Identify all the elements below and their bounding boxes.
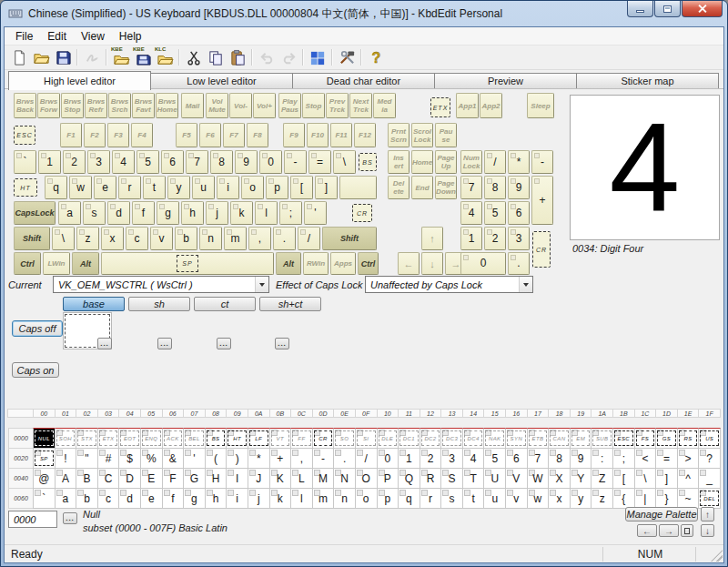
charmap-cell[interactable]: o [355, 488, 378, 509]
menu-view[interactable]: View [74, 28, 112, 45]
key-5[interactable]: 5 [136, 150, 159, 174]
help-icon[interactable]: ? [365, 47, 387, 67]
key-prev-trck[interactable]: PrevTrck [326, 93, 349, 118]
caps-off-button[interactable]: Caps off [12, 320, 63, 337]
charmap-cell[interactable]: N [333, 468, 356, 489]
key-8[interactable]: 8 [210, 150, 233, 174]
charmap-cell[interactable]: * [248, 448, 270, 469]
char-picker-button-sh-ct[interactable]: ... [275, 338, 289, 349]
key-num-lock[interactable]: NumLock [460, 150, 482, 174]
key-home[interactable]: Home [411, 150, 433, 174]
key-g[interactable]: g [157, 201, 179, 225]
key-sp[interactable]: SP [101, 252, 274, 275]
charmap-cell[interactable]: ACK [162, 428, 185, 449]
charpick-icon[interactable] [307, 47, 329, 67]
charmap-cell[interactable]: u [483, 488, 506, 509]
maximize-button[interactable] [654, 1, 681, 17]
kbe-open-icon[interactable]: KBE [110, 47, 132, 67]
charmap-cell[interactable]: p [377, 488, 399, 509]
charmap-cell[interactable]: 4 [462, 448, 485, 469]
charmap-cell[interactable]: k [269, 488, 292, 509]
key-y[interactable]: y [167, 176, 190, 199]
key-f8[interactable]: F8 [247, 123, 268, 147]
key-9[interactable]: 9 [508, 176, 530, 199]
key-ht[interactable]: HT [14, 178, 37, 197]
key-punct[interactable]: * [508, 150, 530, 174]
charmap-cell[interactable]: 6 [505, 448, 528, 469]
key-esc[interactable]: ESC [14, 126, 35, 145]
key-brws-home[interactable]: BrwsHome [156, 93, 178, 118]
key-c[interactable]: c [126, 227, 148, 250]
cut-icon[interactable] [183, 47, 205, 67]
charmap-cell[interactable]: Q [398, 468, 420, 489]
charmap-cell[interactable]: G [183, 468, 206, 489]
key-vol-[interactable]: Vol- [229, 93, 252, 118]
charmap-cell[interactable]: SP [33, 448, 56, 469]
key-w[interactable]: w [69, 176, 92, 199]
key-punct[interactable]: = [308, 150, 331, 174]
charmap-cell[interactable]: } [655, 488, 678, 509]
key-punct[interactable]: , [248, 227, 271, 250]
charmap-cell[interactable]: VT [269, 428, 292, 449]
key-cr[interactable]: CR [352, 204, 372, 222]
menu-edit[interactable]: Edit [40, 28, 74, 45]
key-s[interactable]: s [83, 201, 106, 225]
key-vol+[interactable]: Vol+ [253, 93, 276, 118]
charmap-cell[interactable]: + [269, 448, 292, 469]
key-punct[interactable]: ' [304, 201, 327, 225]
key-p[interactable]: p [266, 176, 288, 199]
key-blank[interactable] [339, 176, 377, 199]
charmap-cell[interactable]: # [97, 448, 120, 469]
char-picker-button-ct[interactable]: ... [217, 338, 231, 349]
charmap-cell[interactable]: l [290, 488, 313, 509]
charmap-cell[interactable]: RS [677, 428, 700, 449]
key-mail[interactable]: Mail [181, 93, 204, 118]
scroll-up-button[interactable]: ↑ [701, 507, 714, 521]
charmap-cell[interactable]: ETX [97, 428, 120, 449]
charmap-cell[interactable]: . [333, 448, 356, 469]
tab-low-level-editor[interactable]: Low level editor [151, 73, 293, 89]
charmap-cell[interactable]: U [483, 468, 506, 489]
key-3[interactable]: 3 [87, 150, 110, 174]
key-1[interactable]: 1 [38, 150, 61, 174]
key-prnt-scrn[interactable]: PrntScrn [388, 123, 410, 147]
menu-file[interactable]: File [8, 28, 40, 45]
charmap-cell[interactable]: ETB [527, 428, 550, 449]
klc-open-icon[interactable]: KLC [154, 47, 176, 67]
key-punct[interactable]: . [273, 227, 296, 250]
charmap-cell[interactable]: ^ [677, 468, 700, 489]
key-h[interactable]: h [181, 201, 204, 225]
key-j[interactable]: j [206, 201, 228, 225]
charmap-cell[interactable]: R [420, 468, 442, 489]
charmap-cell[interactable]: " [76, 448, 98, 469]
key-n[interactable]: n [199, 227, 222, 250]
key-stop[interactable]: Stop [302, 93, 325, 118]
charmap-cell[interactable]: FS [634, 428, 657, 449]
key-bs[interactable]: BS [359, 153, 377, 171]
key-punct[interactable]: . [508, 252, 530, 275]
charmap-cell[interactable]: US [698, 428, 721, 449]
key-f12[interactable]: F12 [354, 123, 376, 147]
charmap-cell[interactable]: ! [55, 448, 77, 469]
key-8[interactable]: 8 [484, 176, 506, 199]
key-i[interactable]: i [217, 176, 239, 199]
charmap-cell[interactable]: T [462, 468, 485, 489]
charmap-cell[interactable]: S [440, 468, 463, 489]
charmap-cell[interactable]: CR [312, 428, 335, 449]
key-shift[interactable]: Shift [14, 227, 50, 250]
charmap-cell[interactable]: DC2 [420, 428, 442, 449]
charmap-cell[interactable]: I [226, 468, 248, 489]
charmap-cell[interactable]: n [333, 488, 356, 509]
key-f9[interactable]: F9 [283, 123, 305, 147]
charmap-cell[interactable]: CAN [548, 428, 571, 449]
charmap-cell[interactable]: y [570, 488, 592, 509]
charmap-cell-selected[interactable]: NUL [33, 428, 56, 449]
caps-on-button[interactable]: Caps on [12, 362, 59, 378]
charmap-cell[interactable]: A [55, 468, 77, 489]
current-vk-dropdown[interactable]: VK_OEM_WSCTRL ( WsCtrl ) [53, 276, 269, 293]
char-picker-button-base[interactable]: ... [97, 338, 112, 349]
charmap-cell[interactable]: ENQ [140, 428, 163, 449]
charmap-cell[interactable]: ] [655, 468, 678, 489]
charmap-cell[interactable]: EOT [118, 428, 141, 449]
charcode-picker-button[interactable]: ... [63, 512, 77, 524]
